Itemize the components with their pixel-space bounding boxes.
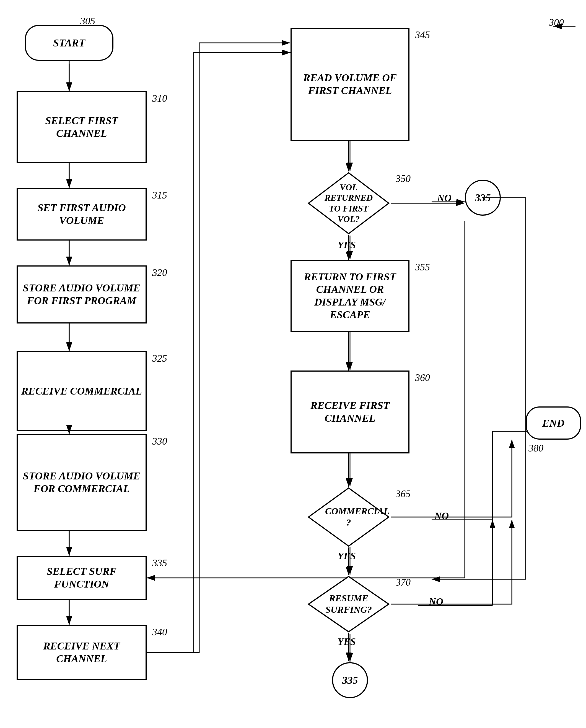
diagram-container: 300 305 START SELECT FIRST CHANNEL 310 S… [0, 0, 586, 728]
circle-335-connector: 335 [465, 180, 501, 216]
yes-label-350: YES [338, 239, 356, 251]
select-first-channel-box: SELECT FIRST CHANNEL [17, 91, 147, 163]
end-terminal: END [526, 407, 581, 440]
read-volume-box: READ VOLUME OF FIRST CHANNEL [291, 28, 410, 141]
ref-380: 380 [529, 442, 543, 454]
ref-325: 325 [152, 353, 167, 364]
ref-300: 300 [549, 17, 564, 28]
store-audio-commercial-box: STORE AUDIO VOLUME FOR COMMERCIAL [17, 434, 147, 531]
ref-320: 320 [152, 267, 167, 279]
receive-first-channel-box: RECEIVE FIRST CHANNEL [291, 370, 410, 453]
no-label-370: NO [429, 596, 443, 607]
vol-returned-diamond: VOL RETURNED TO FIRST VOL? [307, 172, 390, 235]
ref-345: 345 [415, 29, 430, 41]
ref-365: 365 [396, 488, 411, 500]
ref-370: 370 [396, 576, 411, 588]
no-label-350: NO [437, 192, 451, 204]
receive-next-channel-box: RECEIVE NEXT CHANNEL [17, 625, 147, 680]
ref-360: 360 [415, 372, 430, 384]
ref-335: 335 [152, 557, 167, 569]
ref-310: 310 [152, 93, 167, 104]
ref-355: 355 [415, 261, 430, 273]
store-audio-first-box: STORE AUDIO VOLUME FOR FIRST PROGRAM [17, 265, 147, 323]
select-surf-box: SELECT SURF FUNCTION [17, 556, 147, 600]
ref-340: 340 [152, 626, 167, 638]
start-terminal: START [25, 25, 114, 61]
receive-commercial-box: RECEIVE COMMERCIAL [17, 351, 147, 431]
ref-350: 350 [396, 173, 411, 184]
yes-label-365: YES [338, 550, 356, 562]
resume-surfing-diamond: RESUME SURFING? [307, 575, 390, 633]
no-label-365: NO [434, 510, 449, 522]
ref-330: 330 [152, 436, 167, 447]
return-first-channel-box: RETURN TO FIRST CHANNEL OR DISPLAY MSG/ … [291, 260, 410, 332]
circle-335b-connector: 335 [332, 662, 368, 698]
set-first-audio-box: SET FIRST AUDIO VOLUME [17, 188, 147, 240]
commercial-diamond: COMMERCIAL ? [307, 487, 390, 547]
yes-label-370: YES [338, 636, 356, 648]
ref-315: 315 [152, 189, 167, 201]
